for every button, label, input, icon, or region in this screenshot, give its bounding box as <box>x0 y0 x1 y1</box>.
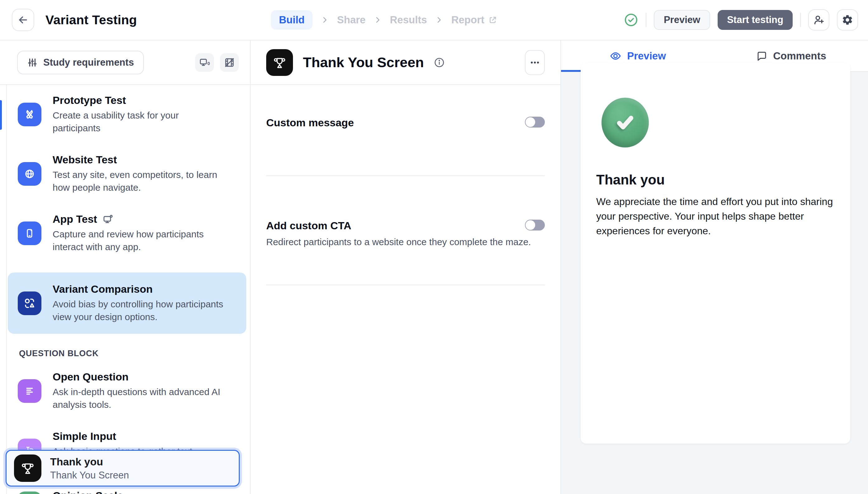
scroll-indicator <box>0 100 2 130</box>
back-button[interactable] <box>12 9 34 31</box>
invite-user-button[interactable] <box>808 10 829 31</box>
main-layout: Study requirements 0 <box>0 40 868 494</box>
block-description: Avoid bias by controlling how participan… <box>53 298 227 323</box>
toggle-knob <box>525 220 535 230</box>
block-title: Open Question <box>53 371 227 383</box>
tab-comments-label: Comments <box>773 50 826 62</box>
chevron-right-icon <box>435 16 443 24</box>
setting-label: Custom message <box>266 117 354 129</box>
custom-message-toggle[interactable] <box>525 117 545 128</box>
more-options-button[interactable] <box>525 50 545 75</box>
sliders-icon <box>27 57 38 68</box>
block-item-prototype-test[interactable]: Prototype Test Create a usability task f… <box>18 94 250 134</box>
block-title: Website Test <box>53 154 227 166</box>
selected-block-text: Thank you Thank You Screen <box>50 456 129 481</box>
video-off-icon <box>224 57 235 68</box>
globe-icon <box>18 162 41 186</box>
top-bar: Variant Testing Build Share Results Repo… <box>0 0 868 40</box>
tab-preview-label: Preview <box>627 50 666 62</box>
saved-check-circle-icon <box>624 13 638 27</box>
add-user-icon <box>813 14 825 26</box>
start-testing-button[interactable]: Start testing <box>718 10 793 30</box>
chevron-right-icon <box>321 16 329 24</box>
comment-icon <box>756 51 768 62</box>
block-title: Prototype Test <box>53 94 227 107</box>
block-title: Opinion Scale <box>53 490 199 494</box>
block-item-text: Opinion Scale Measure opinion with a rat… <box>53 490 199 494</box>
block-item-website-test[interactable]: Website Test Test any site, even competi… <box>18 154 250 194</box>
block-list: Prototype Test Create a usability task f… <box>0 85 250 494</box>
block-description: Capture and review how participants inte… <box>53 228 227 253</box>
gear-icon <box>842 14 853 26</box>
sidebar-toolbar: Study requirements 0 <box>0 40 250 85</box>
trophy-icon <box>14 455 41 482</box>
info-icon[interactable] <box>434 57 445 68</box>
preview-button[interactable]: Preview <box>654 10 710 30</box>
list-rail <box>6 85 7 494</box>
editor-content: Custom message Add custom CTA Redirect p… <box>251 117 560 285</box>
device-count-button[interactable]: 0 <box>195 53 214 72</box>
block-item-text: App Test Capture and review how particip… <box>53 213 227 253</box>
breadcrumb: Build Share Results Report <box>271 10 498 30</box>
page-title: Variant Testing <box>45 13 137 27</box>
section-label-question-block: QUESTION BLOCK <box>19 349 250 358</box>
preview-body-text: We appreciate the time and effort you pu… <box>596 194 836 238</box>
block-item-open-question[interactable]: Open Question Ask in-depth questions wit… <box>18 371 250 411</box>
ellipsis-icon <box>530 57 540 68</box>
editor-header: Thank You Screen <box>251 40 560 85</box>
green-check-3d-icon <box>602 98 649 148</box>
trophy-icon <box>266 49 293 76</box>
block-title: App Test <box>53 213 227 225</box>
device-monitor-icon <box>102 214 113 225</box>
block-item-app-test[interactable]: App Test Capture and review how particip… <box>18 213 250 253</box>
block-title-label: App Test <box>53 213 97 225</box>
prototype-icon <box>18 103 41 126</box>
breadcrumb-report-label: Report <box>451 14 484 26</box>
setting-row-custom-message: Custom message <box>266 117 545 129</box>
block-title: Variant Comparison <box>53 283 227 295</box>
arrow-left-icon <box>17 14 29 26</box>
devices-icon: 0 <box>199 57 210 68</box>
add-custom-cta-toggle[interactable] <box>525 220 545 230</box>
app-root: Variant Testing Build Share Results Repo… <box>0 0 868 494</box>
document-lines-icon <box>18 379 41 403</box>
block-item-variant-comparison[interactable]: Variant Comparison Avoid bias by control… <box>8 272 246 334</box>
sidebar-toolbar-icons: 0 <box>195 53 239 72</box>
block-item-text: Open Question Ask in-depth questions wit… <box>53 371 227 411</box>
block-item-text: Variant Comparison Avoid bias by control… <box>53 283 227 323</box>
settings-button[interactable] <box>837 10 858 31</box>
selected-block-subtitle: Thank You Screen <box>50 470 129 481</box>
block-description: Create a usability task for your partici… <box>53 109 227 134</box>
block-item-opinion-scale[interactable]: Opinion Scale Measure opinion with a rat… <box>18 490 250 494</box>
preview-panel: Preview Comments Thank you We appre <box>561 40 868 494</box>
breadcrumb-build[interactable]: Build <box>271 10 313 30</box>
svg-text:0: 0 <box>207 61 210 65</box>
block-item-text: Website Test Test any site, even competi… <box>53 154 227 194</box>
divider <box>646 13 646 27</box>
breadcrumb-results[interactable]: Results <box>390 14 427 26</box>
video-recording-disabled-button[interactable] <box>220 53 239 72</box>
thank-you-preview-card: Thank you We appreciate the time and eff… <box>580 62 850 443</box>
phone-icon <box>18 222 41 245</box>
eye-icon <box>610 50 622 62</box>
divider <box>266 175 545 176</box>
setting-label: Add custom CTA <box>266 220 351 232</box>
top-bar-left: Variant Testing <box>0 9 271 31</box>
selected-block-title: Thank you <box>50 456 129 468</box>
block-item-text: Prototype Test Create a usability task f… <box>53 94 227 134</box>
block-title: Simple Input <box>53 430 227 442</box>
top-bar-actions: Preview Start testing <box>624 10 868 31</box>
study-requirements-button[interactable]: Study requirements <box>17 51 144 74</box>
selected-block-thank-you[interactable]: Thank you Thank You Screen <box>6 450 240 487</box>
block-description: Ask in-depth questions with advanced AI … <box>53 385 227 411</box>
breadcrumb-report[interactable]: Report <box>451 14 497 26</box>
external-link-icon <box>488 15 498 24</box>
chevron-right-icon <box>374 16 382 24</box>
breadcrumb-share[interactable]: Share <box>337 14 366 26</box>
editor-title: Thank You Screen <box>303 54 424 71</box>
editor-panel: Thank You Screen Custom message Add <box>251 40 561 494</box>
divider <box>800 13 801 27</box>
toggle-knob <box>525 117 535 127</box>
star-icon <box>18 492 41 494</box>
setting-description: Redirect participants to a website once … <box>266 237 545 247</box>
